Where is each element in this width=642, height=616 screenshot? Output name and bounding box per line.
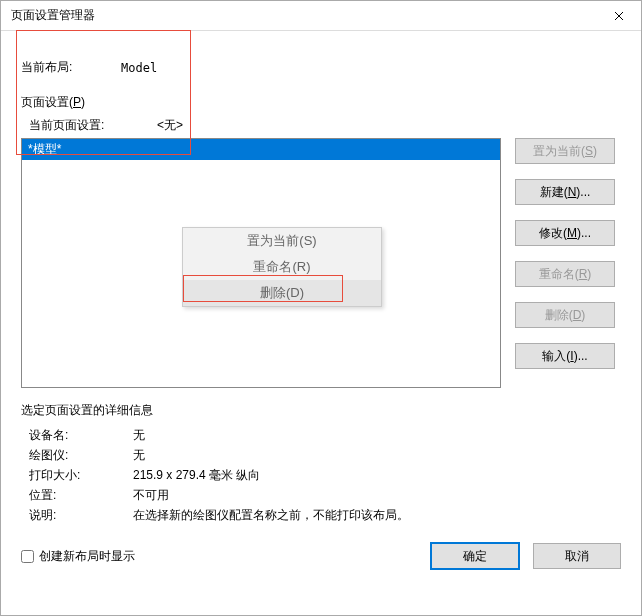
titlebar: 页面设置管理器	[1, 1, 641, 31]
current-layout-row: 当前布局: Model	[21, 59, 621, 76]
current-pagesetup-label: 当前页面设置:	[29, 117, 157, 134]
close-button[interactable]	[596, 1, 641, 31]
bottom-buttons: 确定 取消	[431, 543, 621, 569]
dialog-title: 页面设置管理器	[11, 7, 95, 24]
show-on-new-layout-checkbox[interactable]: 创建新布局时显示	[21, 548, 135, 565]
detail-plotter-label: 绘图仪:	[29, 445, 133, 465]
set-current-button[interactable]: 置为当前(S)	[515, 138, 615, 164]
detail-desc-label: 说明:	[29, 505, 133, 525]
context-delete[interactable]: 删除(D)	[183, 280, 381, 306]
context-set-current[interactable]: 置为当前(S)	[183, 228, 381, 254]
details-section: 选定页面设置的详细信息 设备名: 无 绘图仪: 无 打印大小: 215.9 x …	[21, 402, 621, 525]
detail-device-row: 设备名: 无	[29, 425, 621, 445]
main-area: *模型* 置为当前(S) 重命名(R) 删除(D) 置为当前(S) 新建(N).…	[21, 138, 621, 388]
current-pagesetup-row: 当前页面设置: <无>	[29, 117, 621, 134]
current-pagesetup-value: <无>	[157, 117, 183, 134]
detail-desc-row: 说明: 在选择新的绘图仪配置名称之前，不能打印该布局。	[29, 505, 621, 525]
ok-button[interactable]: 确定	[431, 543, 519, 569]
detail-device-value: 无	[133, 425, 145, 445]
current-layout-value: Model	[121, 61, 157, 75]
detail-size-value: 215.9 x 279.4 毫米 纵向	[133, 465, 260, 485]
detail-size-label: 打印大小:	[29, 465, 133, 485]
import-button[interactable]: 输入(I)...	[515, 343, 615, 369]
pagesetup-group-label: 页面设置(P)	[21, 94, 621, 111]
context-menu: 置为当前(S) 重命名(R) 删除(D)	[182, 227, 382, 307]
detail-size-row: 打印大小: 215.9 x 279.4 毫米 纵向	[29, 465, 621, 485]
side-buttons: 置为当前(S) 新建(N)... 修改(M)... 重命名(R) 删除(D) 输…	[515, 138, 615, 388]
bottom-row: 创建新布局时显示 确定 取消	[21, 543, 621, 569]
pagesetup-listbox[interactable]: *模型* 置为当前(S) 重命名(R) 删除(D)	[21, 138, 501, 388]
list-item[interactable]: *模型*	[22, 139, 500, 160]
content-area: 当前布局: Model 页面设置(P) 当前页面设置: <无> *模型* 置为当…	[1, 31, 641, 615]
show-on-new-layout-input[interactable]	[21, 550, 34, 563]
detail-device-label: 设备名:	[29, 425, 133, 445]
detail-location-value: 不可用	[133, 485, 169, 505]
details-title: 选定页面设置的详细信息	[21, 402, 621, 419]
dialog-window: 页面设置管理器 当前布局: Model 页面设置(P) 当前页面设置: <无> …	[0, 0, 642, 616]
current-layout-label: 当前布局:	[21, 59, 121, 76]
show-on-new-layout-label: 创建新布局时显示	[39, 548, 135, 565]
detail-desc-value: 在选择新的绘图仪配置名称之前，不能打印该布局。	[133, 505, 409, 525]
rename-button[interactable]: 重命名(R)	[515, 261, 615, 287]
detail-plotter-value: 无	[133, 445, 145, 465]
modify-button[interactable]: 修改(M)...	[515, 220, 615, 246]
new-button[interactable]: 新建(N)...	[515, 179, 615, 205]
cancel-button[interactable]: 取消	[533, 543, 621, 569]
context-rename[interactable]: 重命名(R)	[183, 254, 381, 280]
detail-location-row: 位置: 不可用	[29, 485, 621, 505]
detail-location-label: 位置:	[29, 485, 133, 505]
detail-plotter-row: 绘图仪: 无	[29, 445, 621, 465]
close-icon	[614, 11, 624, 21]
delete-button[interactable]: 删除(D)	[515, 302, 615, 328]
